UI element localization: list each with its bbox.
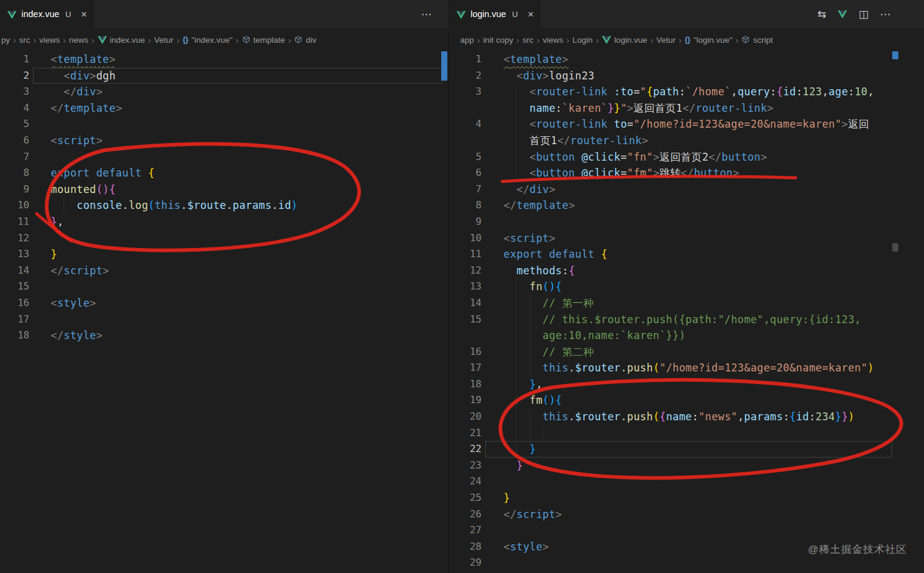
code-line-6[interactable]: 6<script> [0, 133, 449, 149]
code-line-11[interactable]: 11}, [0, 214, 449, 230]
code-editor[interactable]: 1<template>2 <div>login233 <router-link … [449, 51, 924, 573]
code-line-15[interactable]: 15 // this.$router.push({path:"/home",qu… [449, 312, 924, 328]
breadcrumb-item-py[interactable]: py [1, 35, 10, 45]
scrollbar-thumb[interactable] [892, 243, 898, 252]
breadcrumb-item-template[interactable]: template [242, 35, 285, 45]
code-line-14[interactable]: 14 // 第一种 [449, 295, 924, 312]
code-line-15[interactable]: 15 [0, 279, 449, 295]
breadcrumb-label: src [19, 35, 30, 45]
code-line-17[interactable]: 17 [0, 312, 449, 328]
chevron-right-icon: › [735, 35, 738, 45]
code-line-1[interactable]: 1<template> [0, 51, 449, 68]
code-line-29[interactable]: 29 [449, 555, 924, 571]
chevron-right-icon: › [650, 35, 653, 45]
breadcrumb-item--login-vue-[interactable]: {}"login.vue" [684, 35, 732, 45]
code-line-14[interactable]: 14</script> [0, 263, 449, 279]
line-number: 19 [449, 392, 482, 409]
breadcrumb-item-vetur[interactable]: Vetur [154, 35, 174, 45]
chevron-right-icon: › [537, 35, 540, 45]
modified-badge: U [512, 10, 518, 19]
tab-index-vue[interactable]: index.vue U × [0, 0, 95, 28]
symbol-cube-icon [741, 35, 750, 44]
breadcrumb-item-login-vue[interactable]: login.vue [602, 35, 647, 45]
code-line-16[interactable]: 16<style> [0, 295, 449, 312]
code-line-12[interactable]: 12 [0, 230, 449, 247]
breadcrumb-item-index-vue[interactable]: index.vue [98, 35, 145, 45]
breadcrumb-item-init-copy[interactable]: init copy [483, 35, 514, 45]
code-line-10[interactable]: 10<script> [449, 230, 924, 247]
line-number: 12 [449, 263, 482, 279]
code-line-7[interactable]: 7 </div> [449, 181, 924, 198]
code-lines: 1<template>2 <div>dgh3 </div>4</template… [0, 51, 449, 344]
code-line-16[interactable]: 16 // 第二种 [449, 344, 924, 360]
code-line-21[interactable]: 21 [449, 425, 924, 442]
code-content [29, 116, 449, 133]
code-line-8[interactable]: 8export default { [0, 165, 449, 181]
vue-preview-icon[interactable] [838, 10, 847, 18]
indent-guide [516, 425, 517, 442]
indent-guide [516, 312, 517, 328]
code-line-3[interactable]: 3 </div> [0, 84, 449, 100]
code-line-5[interactable]: 5 <button @click="fn">返回首页2</button> [449, 149, 924, 166]
code-line-20[interactable]: 20 this.$router.push({name:"news",params… [449, 409, 924, 425]
code-line-25[interactable]: 25} [449, 490, 924, 506]
code-editor[interactable]: 1<template>2 <div>dgh3 </div>4</template… [0, 51, 449, 573]
code-line-10[interactable]: 10 console.log(this.$route.params.id) [0, 197, 449, 214]
breadcrumb-item--index-vue-[interactable]: {}"index.vue" [183, 35, 233, 45]
breadcrumb-item-news[interactable]: news [69, 35, 89, 45]
code-content: this.$router.push({name:"news",params:{i… [482, 409, 924, 425]
breadcrumb-label: template [254, 35, 285, 45]
more-actions-icon[interactable]: ⋯ [421, 8, 431, 20]
more-actions-icon[interactable]: ⋯ [880, 8, 890, 20]
breadcrumb-item-views[interactable]: views [39, 35, 60, 45]
breadcrumb-item-app[interactable]: app [460, 35, 474, 45]
code-line-22[interactable]: 22 } [449, 441, 924, 458]
indent-guide [543, 425, 543, 442]
code-line-18[interactable]: 18 }, [449, 376, 924, 393]
code-line-4[interactable]: 4</template> [0, 100, 449, 117]
close-icon[interactable]: × [527, 9, 534, 20]
code-line-12[interactable]: 12 methods:{ [449, 263, 924, 279]
code-line-13[interactable]: 13} [0, 246, 449, 263]
line-number: 28 [449, 539, 482, 555]
code-line-8[interactable]: 8</template> [449, 197, 924, 214]
code-line-9[interactable]: 9 [449, 214, 924, 230]
scrollbar[interactable] [441, 51, 447, 573]
code-line-wrap[interactable]: name:`karen`}}">返回首页1</router-link> [449, 100, 924, 117]
breadcrumb-item-login[interactable]: Login [573, 35, 593, 45]
code-line-24[interactable]: 24 [449, 473, 924, 490]
indent-guide [516, 149, 517, 166]
code-line-4[interactable]: 4 <router-link to="/home?id=123&age=20&n… [449, 116, 924, 133]
code-line-18[interactable]: 18</style> [0, 327, 449, 344]
code-line-13[interactable]: 13 fn(){ [449, 279, 924, 295]
code-line-26[interactable]: 26</script> [449, 506, 924, 523]
open-changes-icon[interactable]: ⇆ [818, 8, 826, 20]
code-line-6[interactable]: 6 <button @click="fm">跳转</button> [449, 165, 924, 181]
code-line-17[interactable]: 17 this.$router.push("/home?id=123&age=2… [449, 360, 924, 376]
code-line-19[interactable]: 19 fm(){ [449, 392, 924, 409]
breadcrumb-item-views[interactable]: views [543, 35, 563, 45]
code-content: export default { [29, 165, 449, 181]
breadcrumb-item-script[interactable]: script [741, 35, 772, 45]
code-line-27[interactable]: 27 [449, 522, 924, 539]
code-line-3[interactable]: 3 <router-link :to="{path:`/home`,query:… [449, 84, 924, 100]
code-line-5[interactable]: 5 [0, 116, 449, 133]
close-icon[interactable]: × [81, 9, 87, 20]
scrollbar[interactable] [892, 51, 898, 573]
code-line-11[interactable]: 11export default { [449, 246, 924, 263]
breadcrumb-item-src[interactable]: src [19, 35, 30, 45]
breadcrumb-item-vetur[interactable]: Vetur [656, 35, 676, 45]
code-line-wrap[interactable]: age:10,name:`karen`}}) [449, 327, 924, 344]
code-line-9[interactable]: 9mounted(){ [0, 181, 449, 198]
tab-login-vue[interactable]: login.vue U × [449, 0, 541, 28]
breadcrumb-item-div[interactable]: div [294, 35, 316, 45]
code-line-7[interactable]: 7 [0, 149, 449, 166]
indent-guide [516, 133, 517, 149]
code-line-1[interactable]: 1<template> [449, 51, 924, 68]
code-line-wrap[interactable]: 首页1</router-link> [449, 133, 924, 149]
code-line-2[interactable]: 2 <div>login23 [449, 68, 924, 84]
split-editor-icon[interactable]: ◫ [859, 8, 868, 20]
breadcrumb-item-src[interactable]: src [522, 35, 534, 45]
code-line-2[interactable]: 2 <div>dgh [0, 68, 449, 84]
code-line-23[interactable]: 23 } [449, 458, 924, 474]
